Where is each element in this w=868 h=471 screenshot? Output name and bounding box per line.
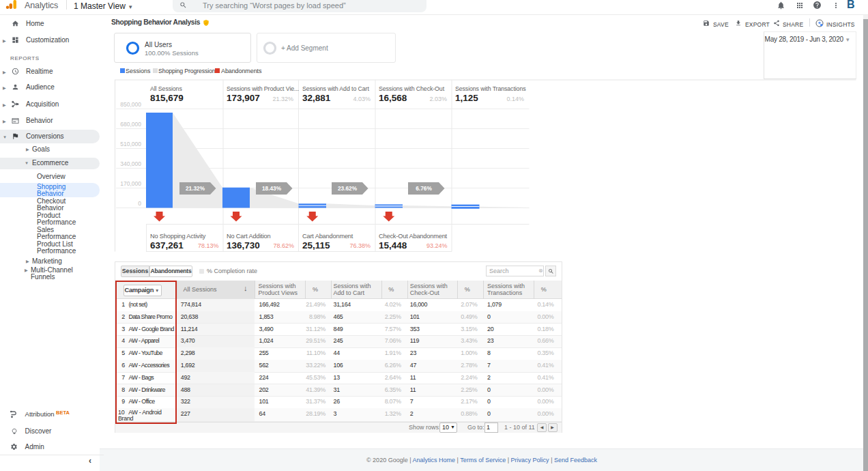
svg-text:21.32%: 21.32% <box>186 185 205 192</box>
svg-text:6.76%: 6.76% <box>416 185 432 192</box>
svg-text:18.43%: 18.43% <box>262 185 282 192</box>
svg-text:23.62%: 23.62% <box>338 185 358 192</box>
